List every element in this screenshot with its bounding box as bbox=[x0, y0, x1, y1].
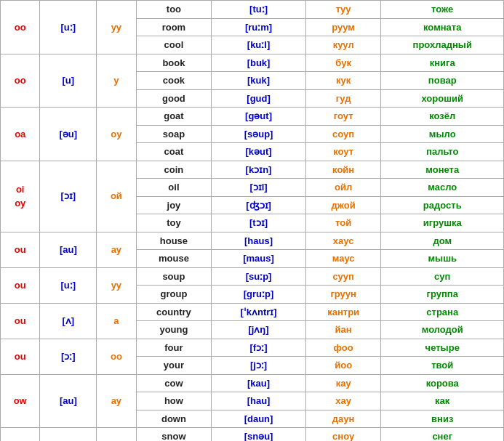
table-row: ow[au]aycow[kau]кayкорова bbox=[1, 374, 504, 392]
transcription-cell: [gəut] bbox=[212, 108, 306, 126]
kyrillic-phonetic-cell: ойл bbox=[305, 179, 381, 197]
russian-equiv-cell: y bbox=[97, 54, 136, 108]
english-word-cell: goat bbox=[136, 108, 212, 126]
english-word-cell: coat bbox=[136, 143, 212, 161]
russian-translation-cell: суп bbox=[381, 267, 504, 286]
english-word-cell: room bbox=[136, 18, 212, 36]
table-row: oioy[ɔɪ]ойcoin[kɔɪn]койнмонета bbox=[1, 161, 504, 179]
digraph-cell: ou bbox=[1, 232, 40, 267]
transcription-cell: [jʌŋ] bbox=[212, 321, 306, 339]
english-word-cell: oil bbox=[136, 179, 212, 197]
digraph-cell: ou bbox=[1, 267, 40, 303]
russian-translation-cell: снег bbox=[381, 428, 504, 442]
russian-translation-cell: как bbox=[381, 392, 504, 410]
transcription-cell: [snəu] bbox=[212, 428, 306, 442]
digraph-cell: ou bbox=[1, 339, 40, 374]
ipa-cell: [əu] bbox=[40, 108, 97, 161]
digraph-cell: oo bbox=[1, 54, 40, 108]
russian-translation-cell: комната bbox=[381, 18, 504, 36]
english-word-cell: your bbox=[136, 357, 212, 375]
russian-equiv-cell: a bbox=[97, 303, 136, 339]
digraph-cell: oioy bbox=[1, 161, 40, 232]
russian-translation-cell: повар bbox=[381, 72, 504, 90]
digraph-cell: oa bbox=[1, 108, 40, 161]
kyrillic-phonetic-cell: фоо bbox=[305, 339, 381, 357]
kyrillic-phonetic-cell: кантри bbox=[305, 303, 381, 321]
english-word-cell: cook bbox=[136, 72, 212, 90]
russian-translation-cell: молодой bbox=[381, 321, 504, 339]
transcription-cell: [suːp] bbox=[212, 267, 306, 286]
english-word-cell: soup bbox=[136, 267, 212, 286]
russian-equiv-cell: ay bbox=[97, 232, 136, 267]
english-word-cell: four bbox=[136, 339, 212, 357]
russian-translation-cell: пальто bbox=[381, 143, 504, 161]
russian-translation-cell: тоже bbox=[381, 1, 504, 19]
english-word-cell: group bbox=[136, 286, 212, 304]
english-word-cell: too bbox=[136, 1, 212, 19]
russian-translation-cell: масло bbox=[381, 179, 504, 197]
russian-translation-cell: четыре bbox=[381, 339, 504, 357]
english-word-cell: snow bbox=[136, 428, 212, 442]
russian-translation-cell: монета bbox=[381, 161, 504, 179]
russian-translation-cell: вниз bbox=[381, 410, 504, 428]
transcription-cell: [hau] bbox=[212, 392, 306, 410]
kyrillic-phonetic-cell: сyyп bbox=[305, 267, 381, 286]
table-row: oo[u]ybook[buk]буккнига bbox=[1, 54, 504, 72]
english-word-cell: good bbox=[136, 89, 212, 108]
ipa-cell: [uː] bbox=[40, 267, 97, 303]
transcription-cell: [kuːl] bbox=[212, 36, 306, 54]
kyrillic-phonetic-cell: гуд bbox=[305, 89, 381, 108]
english-word-cell: house bbox=[136, 232, 212, 250]
kyrillic-phonetic-cell: маус bbox=[305, 250, 381, 268]
kyrillic-phonetic-cell: бук bbox=[305, 54, 381, 72]
transcription-cell: [tuː] bbox=[212, 1, 306, 19]
transcription-cell: [fɔː] bbox=[212, 339, 306, 357]
transcription-cell: [ˈkʌntrɪ] bbox=[212, 303, 306, 321]
kyrillic-phonetic-cell: койн bbox=[305, 161, 381, 179]
transcription-cell: [gruːp] bbox=[212, 286, 306, 304]
russian-equiv-cell: oy bbox=[97, 428, 136, 442]
russian-translation-cell: дом bbox=[381, 232, 504, 250]
ipa-cell: [ʌ] bbox=[40, 303, 97, 339]
russian-translation-cell: мыло bbox=[381, 125, 504, 143]
english-word-cell: country bbox=[136, 303, 212, 321]
russian-translation-cell: козёл bbox=[381, 108, 504, 126]
transcription-cell: [kuk] bbox=[212, 72, 306, 90]
english-word-cell: how bbox=[136, 392, 212, 410]
russian-translation-cell: радость bbox=[381, 196, 504, 214]
kyrillic-phonetic-cell: соуп bbox=[305, 125, 381, 143]
kyrillic-phonetic-cell: коут bbox=[305, 143, 381, 161]
russian-translation-cell: игрушка bbox=[381, 214, 504, 232]
digraph-cell: ow bbox=[1, 428, 40, 442]
kyrillic-phonetic-cell: даун bbox=[305, 410, 381, 428]
kyrillic-phonetic-cell: йоо bbox=[305, 357, 381, 375]
kyrillic-phonetic-cell: руум bbox=[305, 18, 381, 36]
ipa-cell: [u] bbox=[40, 54, 97, 108]
russian-equiv-cell: ay bbox=[97, 374, 136, 428]
kyrillic-phonetic-cell: кay bbox=[305, 374, 381, 392]
transcription-cell: [kəut] bbox=[212, 143, 306, 161]
transcription-cell: [jɔː] bbox=[212, 357, 306, 375]
russian-equiv-cell: oo bbox=[97, 339, 136, 374]
kyrillic-phonetic-cell: груун bbox=[305, 286, 381, 304]
russian-translation-cell: корова bbox=[381, 374, 504, 392]
english-word-cell: young bbox=[136, 321, 212, 339]
english-word-cell: coin bbox=[136, 161, 212, 179]
russian-translation-cell: группа bbox=[381, 286, 504, 304]
english-word-cell: toy bbox=[136, 214, 212, 232]
table-row: ou[au]ayhouse[haus]хаусдом bbox=[1, 232, 504, 250]
table-row: ou[ɔː]oofour[fɔː]фоочетыре bbox=[1, 339, 504, 357]
russian-equiv-cell: oy bbox=[97, 108, 136, 161]
table-row: oo[uː]yytoo[tuː]тyyтоже bbox=[1, 1, 504, 19]
table-row: ow[əu]oysnow[snəu]сноуснег bbox=[1, 428, 504, 442]
russian-equiv-cell: ой bbox=[97, 161, 136, 232]
table-row: oa[əu]oygoat[gəut]гоуткозёл bbox=[1, 108, 504, 126]
russian-equiv-cell: yy bbox=[97, 1, 136, 54]
kyrillic-phonetic-cell: хаус bbox=[305, 232, 381, 250]
table-row: ou[ʌ]acountry[ˈkʌntrɪ]кантристрана bbox=[1, 303, 504, 321]
transcription-cell: [ʤɔɪ] bbox=[212, 196, 306, 214]
kyrillic-phonetic-cell: гоут bbox=[305, 108, 381, 126]
russian-translation-cell: твой bbox=[381, 357, 504, 375]
kyrillic-phonetic-cell: йан bbox=[305, 321, 381, 339]
kyrillic-phonetic-cell: джой bbox=[305, 196, 381, 214]
